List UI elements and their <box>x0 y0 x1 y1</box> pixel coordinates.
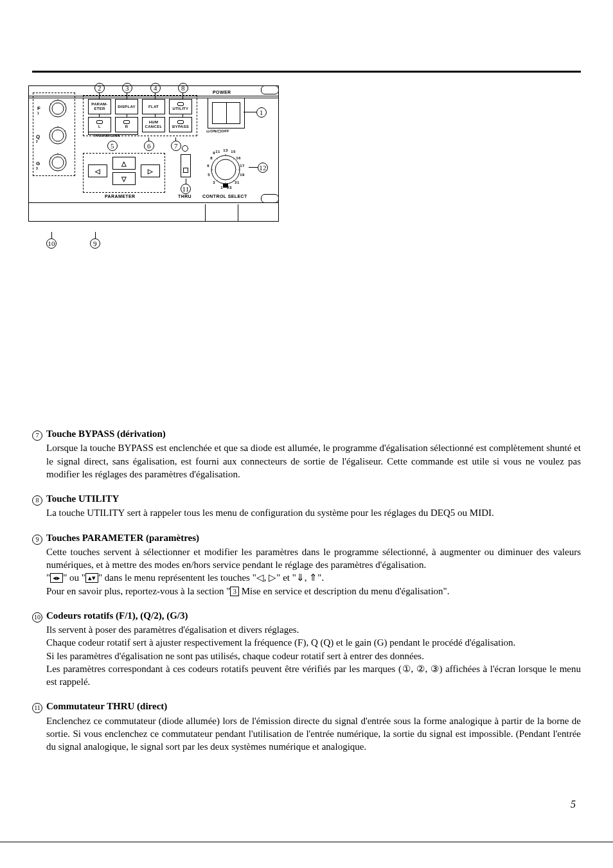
label-control-select: CONTROL SELECT <box>202 194 247 199</box>
panel-diagram: 2 3 4 8 POWER ▭ON/◻OFF <box>28 85 581 389</box>
section-text: Ils servent à poser des paramètres d'éga… <box>46 623 581 636</box>
svg-text:5: 5 <box>208 173 210 177</box>
svg-text:Q: Q <box>36 134 40 139</box>
button-flat: FLAT <box>142 99 165 114</box>
section-text: Lorsque la touche BYPASS est enclenchée … <box>46 441 581 481</box>
control-select-dial: 131115 161719 21231 356 89 <box>200 144 251 195</box>
callout-5: 5 <box>107 141 118 151</box>
section-text: Si les paramètres d'égalisation ne sont … <box>46 650 581 662</box>
button-parameter-eter: PARAM- ETER <box>88 99 111 114</box>
section-title: Touche BYPASS (dérivation) <box>46 427 581 440</box>
page-number: 5 <box>571 799 576 810</box>
svg-point-11 <box>52 157 64 168</box>
section-text: Chaque codeur rotatif sert à ajuster res… <box>46 636 581 649</box>
arrow-ud-icon: ▴▾ <box>85 573 98 583</box>
arrow-lr-icon: ◂▸ <box>50 573 63 583</box>
label-thru: THRU <box>178 194 191 199</box>
label-onoff: ▭ON/◻OFF <box>206 128 229 133</box>
ref-box-3: 3 <box>230 587 239 596</box>
button-utility: UTILITY <box>169 99 192 114</box>
rotary-knobs: F1 Q2 G3 <box>33 93 76 175</box>
svg-text:2: 2 <box>36 139 38 143</box>
section-text: La touche UTILITY sert à rappeler tous l… <box>46 506 581 519</box>
svg-text:3: 3 <box>213 181 215 184</box>
section-10: 10 Codeurs rotatifs (F/1), (Q/2), (G/3) … <box>32 609 581 689</box>
svg-text:19: 19 <box>240 173 245 177</box>
svg-rect-45 <box>223 184 228 188</box>
svg-text:15: 15 <box>231 150 236 154</box>
svg-text:6: 6 <box>207 164 209 168</box>
button-r: R <box>115 117 138 132</box>
button-display: DISPLAY <box>115 99 138 114</box>
svg-text:13: 13 <box>223 148 228 152</box>
label-power: POWER <box>213 90 231 94</box>
callout-6: 6 <box>144 141 154 151</box>
svg-text:1: 1 <box>37 111 39 115</box>
label-parameter: PARAMETER <box>105 194 135 199</box>
svg-text:8: 8 <box>210 156 213 160</box>
svg-text:11: 11 <box>215 150 220 154</box>
section-11: 11 Commutateur THRU (direct) Enclenchez … <box>32 700 581 753</box>
button-bypass: BYPASS <box>169 117 192 132</box>
page: 2 3 4 8 POWER ▭ON/◻OFF <box>0 0 613 868</box>
callout-12: 12 <box>258 163 268 173</box>
callout-11: 11 <box>181 184 191 194</box>
svg-text:21: 21 <box>235 181 240 184</box>
svg-text:3: 3 <box>36 166 38 170</box>
section-7: 7 Touche BYPASS (dérivation) Lorsque la … <box>32 427 581 481</box>
svg-text:1: 1 <box>220 186 223 190</box>
svg-point-22 <box>215 159 236 180</box>
callout-9: 9 <box>90 238 100 249</box>
button-l: L <box>88 117 111 132</box>
section-title: Touches PARAMETER (paramètres) <box>46 531 581 544</box>
section-9: 9 Touches PARAMETER (paramètres) Cette t… <box>32 531 581 598</box>
section-text: Enclenchez ce commutateur (diode allumée… <box>46 714 581 754</box>
svg-text:F: F <box>37 105 40 111</box>
svg-text:9: 9 <box>213 151 215 155</box>
callout-10: 10 <box>46 238 57 249</box>
section-text-followup: Pour en savoir plus, reportez-vous à la … <box>46 585 581 598</box>
section-8: 8 Touche UTILITY La touche UTILITY sert … <box>32 492 581 520</box>
sections: 7 Touche BYPASS (dérivation) Lorsque la … <box>32 427 581 753</box>
svg-text:16: 16 <box>236 156 241 160</box>
callout-1: 1 <box>256 107 267 118</box>
section-title: Touche UTILITY <box>46 492 581 505</box>
svg-point-7 <box>52 130 64 141</box>
button-hum: HUM CANCEL <box>142 117 165 132</box>
label-param-link: PARAM LINK <box>93 134 121 137</box>
section-title: Codeurs rotatifs (F/1), (Q/2), (G/3) <box>46 609 581 622</box>
section-title: Commutateur THRU (direct) <box>46 700 581 713</box>
svg-text:17: 17 <box>240 164 245 168</box>
callout-7: 7 <box>171 141 181 151</box>
svg-text:G: G <box>36 161 40 166</box>
section-text: Cette touches servent à sélectionner et … <box>46 545 581 572</box>
section-text: Les paramètres correspondant à ces codeu… <box>46 662 581 689</box>
svg-point-3 <box>52 103 64 114</box>
section-text-icons: "◂▸" ou "▴▾" dans le menu représentent l… <box>46 571 581 584</box>
